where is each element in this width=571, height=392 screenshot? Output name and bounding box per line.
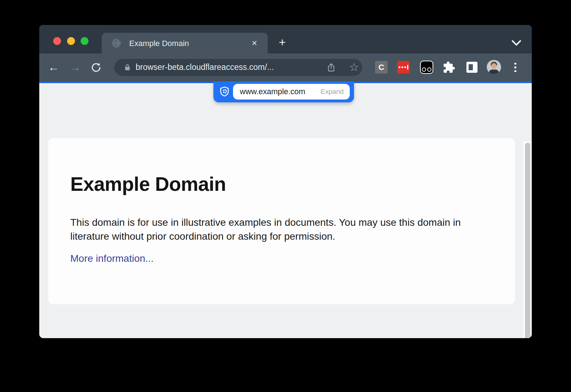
lastpass-dot [401,66,403,68]
tab-title: Example Domain [129,39,189,48]
reload-button[interactable] [90,62,102,73]
back-button[interactable]: ← [46,60,61,75]
close-window-button[interactable] [53,37,61,45]
kebab-dot [514,66,516,68]
extensions-puzzle-icon[interactable] [443,61,455,74]
lastpass-dot [399,66,400,68]
avatar-face [491,63,496,69]
isolated-host-text: www.example.com [240,87,305,96]
close-tab-icon[interactable]: ✕ [249,38,260,49]
forward-button[interactable]: → [68,60,82,75]
new-tab-button[interactable]: + [274,34,290,51]
kebab-dot [514,63,516,65]
browser-toolbar: ← → browser-beta.cloudflareaccess.com/..… [39,54,532,81]
share-icon[interactable] [326,62,336,72]
scrollbar-thumb[interactable] [525,143,530,338]
bookmark-star-icon[interactable]: ☆ [348,61,360,73]
goggles-right-lens [427,67,431,72]
browser-window: Example Domain ✕ + ← → browser-beta.cl [39,25,532,338]
desktop-background: Example Domain ✕ + ← → browser-beta.cl [0,0,571,392]
globe-favicon-icon [112,38,122,48]
side-panel-icon[interactable] [466,62,477,73]
lastpass-extension-icon[interactable] [397,61,410,73]
minimize-window-button[interactable] [67,37,75,45]
url-text[interactable]: browser-beta.cloudflareaccess.com/... [136,62,274,72]
lock-icon[interactable] [123,63,132,72]
avatar-shoulders [489,70,499,74]
scrollbar-track[interactable] [523,141,532,338]
goggles-left-lens [422,67,426,72]
page-title: Example Domain [70,173,226,195]
side-panel-hole [469,64,473,70]
chevron-down-icon[interactable] [510,38,523,49]
expand-button[interactable]: Expand [321,88,344,96]
isolation-banner[interactable]: www.example.com Expand [213,81,354,102]
isolated-host-pill[interactable]: www.example.com Expand [233,84,350,100]
page-viewport: Example Domain This domain is for use in… [39,83,532,338]
extension-c-icon[interactable]: C [375,61,388,73]
more-information-link[interactable]: More information... [70,253,153,264]
tab-example-domain[interactable]: Example Domain ✕ [102,33,268,54]
page-paragraph: This domain is for use in illustrative e… [70,215,486,243]
shield-arrow-icon [219,86,230,97]
browser-menu-kebab-icon[interactable] [511,61,520,74]
profile-avatar[interactable] [487,60,501,74]
zoom-window-button[interactable] [81,37,89,45]
kebab-dot [514,70,516,72]
lastpass-bar [407,65,408,70]
lastpass-dot [404,66,406,68]
content-card: Example Domain This domain is for use in… [48,138,515,304]
goggles-extension-icon[interactable] [420,61,433,74]
tab-strip: Example Domain ✕ + [39,25,532,54]
address-bar[interactable]: browser-beta.cloudflareaccess.com/... ☆ [114,59,362,76]
